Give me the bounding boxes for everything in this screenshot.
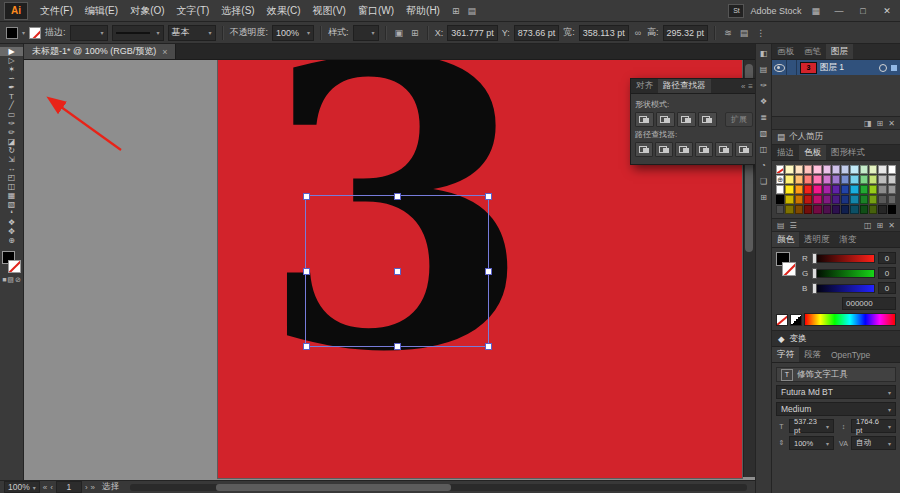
tab-图层[interactable]: 图层 bbox=[826, 44, 853, 59]
pathfinder-button-减去顶层[interactable] bbox=[656, 112, 675, 127]
paint-mode-icon-3[interactable]: ⊘ bbox=[15, 276, 21, 284]
paint-mode-icon-1[interactable]: ■ bbox=[2, 276, 6, 284]
layers-footer-icon-1[interactable]: ◨ bbox=[864, 119, 872, 128]
tab-画笔[interactable]: 画笔 bbox=[799, 44, 826, 59]
width-field[interactable]: 358.113 pt bbox=[579, 25, 629, 41]
swatch[interactable] bbox=[776, 205, 784, 214]
swatch[interactable] bbox=[832, 195, 840, 204]
selection-handle-tm[interactable] bbox=[394, 193, 401, 200]
direct-selection-tool[interactable]: ▷ bbox=[0, 56, 23, 65]
swatch[interactable] bbox=[823, 205, 831, 214]
tab-渐变[interactable]: 渐变 bbox=[835, 232, 862, 247]
panel-menu-icon[interactable]: ≡ bbox=[748, 79, 755, 93]
swatch[interactable] bbox=[878, 165, 886, 174]
swatch[interactable] bbox=[841, 165, 849, 174]
swatch[interactable] bbox=[860, 185, 868, 194]
canvas[interactable]: 3 对齐 路径查找器 « ≡ 形状模式:扩展路径查找器: bbox=[24, 60, 755, 480]
menu-item-选择(S)[interactable]: 选择(S) bbox=[215, 0, 260, 22]
scale-tool[interactable]: ⇲ bbox=[0, 155, 23, 164]
control-extra-icon-1[interactable]: ≋ bbox=[722, 28, 734, 38]
swatch[interactable] bbox=[869, 185, 877, 194]
channel-slider-R[interactable] bbox=[812, 254, 875, 263]
tab-align[interactable]: 对齐 bbox=[631, 79, 658, 93]
paintbrush-tool[interactable]: ✑ bbox=[0, 119, 23, 128]
channel-value-R[interactable]: 0 bbox=[878, 252, 896, 264]
swatch[interactable] bbox=[888, 205, 896, 214]
layer-target-icon[interactable] bbox=[879, 64, 887, 72]
swatch[interactable] bbox=[869, 165, 877, 174]
zoom-dropdown[interactable]: 100%▾ bbox=[4, 481, 40, 493]
style-dropdown[interactable]: ▾ bbox=[353, 25, 379, 41]
type-tool[interactable]: T bbox=[0, 92, 23, 101]
stroke-panel-icon[interactable]: ≣ bbox=[760, 113, 767, 122]
tab-字符[interactable]: 字符 bbox=[772, 347, 799, 362]
y-field[interactable]: 873.66 pt bbox=[514, 25, 560, 41]
gradient-panel-icon[interactable]: ▧ bbox=[760, 129, 768, 138]
visibility-toggle[interactable] bbox=[772, 60, 787, 75]
swatch[interactable] bbox=[804, 195, 812, 204]
none-color-chip[interactable] bbox=[776, 314, 788, 326]
font-style-dropdown[interactable]: Medium▾ bbox=[776, 402, 896, 416]
swatch-footer-icon-2[interactable]: ⊞ bbox=[877, 221, 884, 230]
pencil-tool[interactable]: ✏ bbox=[0, 128, 23, 137]
workspace-switcher-icon[interactable]: ▦ bbox=[807, 6, 824, 16]
swatch[interactable] bbox=[795, 175, 803, 184]
x-field[interactable]: 361.777 pt bbox=[447, 25, 498, 41]
selection-handle-tr[interactable] bbox=[485, 193, 492, 200]
layers-footer-icon-3[interactable]: ✕ bbox=[888, 119, 895, 128]
tab-画板[interactable]: 画板 bbox=[772, 44, 799, 59]
swatch[interactable] bbox=[823, 165, 831, 174]
paint-mode-icon-2[interactable]: ▨ bbox=[7, 276, 14, 284]
swatch[interactable] bbox=[785, 205, 793, 214]
swatch[interactable] bbox=[785, 165, 793, 174]
swatch[interactable] bbox=[813, 185, 821, 194]
vertical-scale-field[interactable]: 100%▾ bbox=[789, 436, 834, 450]
minimize-button[interactable]: — bbox=[830, 0, 848, 22]
links-panel-icon[interactable]: ⊞ bbox=[760, 193, 767, 202]
menu-item-文件(F)[interactable]: 文件(F) bbox=[34, 0, 79, 22]
selection-handle-bm[interactable] bbox=[394, 343, 401, 350]
menubar-icon-1[interactable]: ⊞ bbox=[448, 6, 464, 16]
swatch[interactable] bbox=[860, 195, 868, 204]
shape-builder-tool[interactable]: ◫ bbox=[0, 182, 23, 191]
swatch[interactable] bbox=[888, 195, 896, 204]
menu-item-窗口(W)[interactable]: 窗口(W) bbox=[352, 0, 400, 22]
swatch[interactable] bbox=[776, 185, 784, 194]
pathfinder-button-分割[interactable] bbox=[635, 142, 653, 157]
color-stroke-chip[interactable] bbox=[782, 262, 796, 276]
symbols-panel-icon[interactable]: ❖ bbox=[760, 97, 767, 106]
selection-handle-tl[interactable] bbox=[303, 193, 310, 200]
gradient-tool[interactable]: ▧ bbox=[0, 200, 23, 209]
swatch[interactable] bbox=[823, 185, 831, 194]
swatch-library-icon-2[interactable]: ☰ bbox=[790, 221, 797, 230]
first-artboard-icon[interactable]: « bbox=[43, 483, 47, 492]
swatch[interactable] bbox=[860, 165, 868, 174]
selection-handle-mr[interactable] bbox=[485, 268, 492, 275]
swatch[interactable] bbox=[869, 205, 877, 214]
menu-item-编辑(E)[interactable]: 编辑(E) bbox=[79, 0, 124, 22]
channel-slider-knob-G[interactable] bbox=[812, 268, 817, 279]
rectangle-tool[interactable]: ▭ bbox=[0, 110, 23, 119]
stroke-width-dropdown[interactable]: ▾ bbox=[70, 25, 108, 41]
swatch[interactable] bbox=[823, 195, 831, 204]
color-fill-stroke-widget[interactable] bbox=[776, 252, 798, 276]
zoom-tool[interactable]: ⊕ bbox=[0, 236, 23, 245]
library-bar[interactable]: ▤ 个人简历 bbox=[772, 130, 900, 145]
swatch[interactable] bbox=[832, 185, 840, 194]
tab-close-icon[interactable]: × bbox=[162, 47, 167, 57]
height-field[interactable]: 295.32 pt bbox=[663, 25, 709, 41]
brushes-panel-icon[interactable]: ✑ bbox=[760, 81, 767, 90]
kerning-field[interactable]: 自动▾ bbox=[851, 436, 896, 450]
layer-thumbnail[interactable]: 3 bbox=[800, 62, 817, 74]
swatch[interactable] bbox=[785, 175, 793, 184]
swatch[interactable] bbox=[795, 205, 803, 214]
layers-footer-icon-2[interactable]: ⊞ bbox=[877, 119, 884, 128]
swatch[interactable] bbox=[813, 195, 821, 204]
swatch[interactable] bbox=[878, 185, 886, 194]
swatch[interactable] bbox=[813, 175, 821, 184]
swatch[interactable] bbox=[785, 195, 793, 204]
menu-item-帮助(H)[interactable]: 帮助(H) bbox=[400, 0, 446, 22]
layer-row[interactable]: 3 图层 1 bbox=[772, 60, 900, 75]
document-setup-icon[interactable]: ▣ bbox=[393, 28, 406, 38]
leading-field[interactable]: 1764.6 pt▾ bbox=[851, 419, 896, 433]
